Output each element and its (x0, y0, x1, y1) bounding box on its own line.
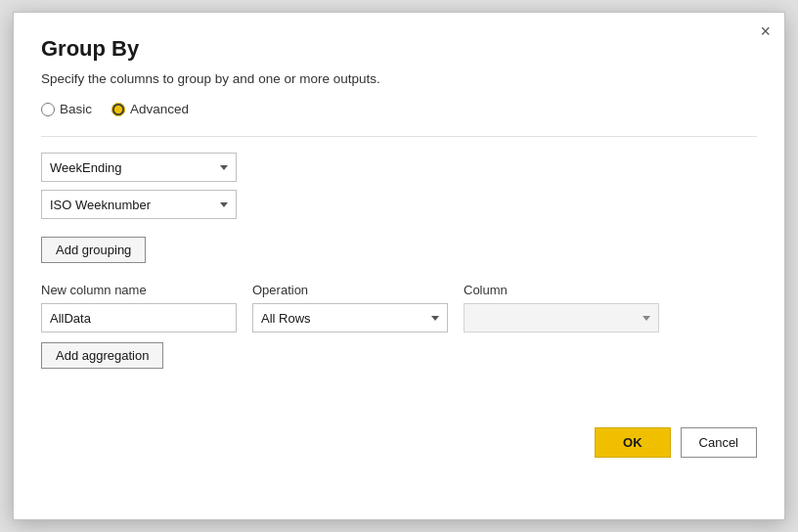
column-dropdown (464, 303, 659, 332)
new-column-name-input[interactable] (41, 303, 237, 332)
grouping-dropdown-1[interactable]: WeekEnding ISO Weeknumber (41, 153, 237, 182)
column-label: Column (464, 283, 659, 297)
dialog-description: Specify the columns to group by and one … (41, 71, 757, 86)
aggregation-headers: New column name Operation Column (41, 283, 757, 297)
cancel-button[interactable]: Cancel (681, 427, 757, 458)
operation-label: Operation (252, 283, 448, 297)
close-button[interactable]: × (760, 22, 771, 40)
add-aggregation-button[interactable]: Add aggregation (41, 342, 163, 369)
section-divider (41, 136, 757, 137)
advanced-radio[interactable] (111, 103, 125, 116)
aggregation-inputs-row: All Rows Sum Average Count Min Max (41, 303, 757, 332)
grouping-dropdown-row-2: ISO Weeknumber WeekEnding (41, 190, 757, 219)
mode-radio-group: Basic Advanced (41, 102, 757, 116)
add-grouping-button[interactable]: Add grouping (41, 237, 146, 263)
dialog-title: Group By (41, 36, 757, 62)
advanced-label: Advanced (130, 102, 189, 116)
new-column-name-label: New column name (41, 283, 237, 297)
basic-radio[interactable] (41, 103, 55, 116)
operation-dropdown[interactable]: All Rows Sum Average Count Min Max (252, 303, 448, 332)
grouping-section: WeekEnding ISO Weeknumber ISO Weeknumber… (41, 153, 757, 263)
group-by-dialog: × Group By Specify the columns to group … (13, 12, 785, 520)
grouping-dropdown-row-1: WeekEnding ISO Weeknumber (41, 153, 757, 182)
ok-button[interactable]: OK (595, 427, 671, 458)
basic-radio-label[interactable]: Basic (41, 102, 92, 116)
grouping-dropdown-2[interactable]: ISO Weeknumber WeekEnding (41, 190, 237, 219)
basic-label: Basic (60, 102, 92, 116)
advanced-radio-label[interactable]: Advanced (111, 102, 189, 116)
dialog-footer: OK Cancel (41, 418, 757, 458)
aggregation-section: New column name Operation Column All Row… (41, 283, 757, 369)
